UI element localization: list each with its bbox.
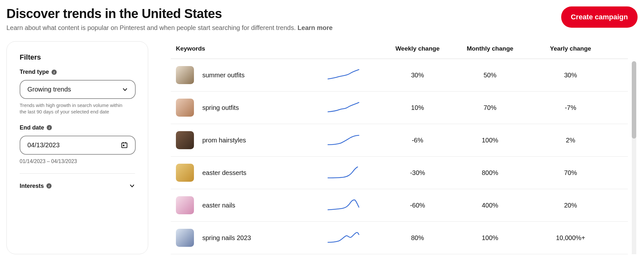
yearly-change: 10,000%+ <box>530 234 611 242</box>
chevron-down-icon <box>129 183 135 189</box>
info-icon[interactable]: i <box>52 70 57 75</box>
end-date-label: End date <box>20 124 44 131</box>
page-title: Discover trends in the United States <box>6 6 332 21</box>
keyword-text: prom hairstyles <box>202 137 246 144</box>
filters-panel: Filters Trend type i Growing trends Tren… <box>6 41 148 254</box>
sparkline <box>327 134 360 147</box>
col-monthly[interactable]: Monthly change <box>450 45 530 52</box>
table-row[interactable]: summer outfits 30% 50% 30% <box>171 59 628 92</box>
keyword-text: easter nails <box>202 202 235 209</box>
weekly-change: 30% <box>385 72 450 79</box>
monthly-change: 100% <box>450 234 530 242</box>
monthly-change: 400% <box>450 202 530 209</box>
end-date-value: 04/13/2023 <box>27 141 60 149</box>
page-subtitle: Learn about what content is popular on P… <box>6 24 332 32</box>
keyword-text: spring outfits <box>202 104 239 111</box>
sparkline <box>327 69 360 82</box>
col-weekly[interactable]: Weekly change <box>385 45 450 52</box>
svg-rect-1 <box>123 142 123 144</box>
col-yearly[interactable]: Yearly change <box>530 45 611 52</box>
yearly-change: -7% <box>530 104 611 111</box>
date-range-text: 01/14/2023 – 04/13/2023 <box>20 159 135 164</box>
learn-more-link[interactable]: Learn more <box>298 24 333 31</box>
subtitle-text: Learn about what content is popular on P… <box>6 24 298 31</box>
sparkline <box>327 231 360 244</box>
yearly-change: 30% <box>530 72 611 79</box>
yearly-change: 2% <box>530 137 611 144</box>
trends-table: Keywords Weekly change Monthly change Ye… <box>171 41 638 254</box>
monthly-change: 100% <box>450 137 530 144</box>
trend-type-label: Trend type <box>20 69 49 75</box>
col-keywords[interactable]: Keywords <box>176 45 327 52</box>
interests-toggle[interactable]: Interests i <box>20 183 135 189</box>
keyword-text: spring nails 2023 <box>202 234 251 242</box>
weekly-change: 10% <box>385 104 450 111</box>
info-icon[interactable]: i <box>47 125 52 130</box>
keyword-thumbnail <box>176 196 194 214</box>
sparkline <box>327 101 360 114</box>
svg-rect-3 <box>123 145 124 146</box>
keyword-thumbnail <box>176 99 194 117</box>
calendar-icon <box>121 141 128 149</box>
sparkline <box>327 199 360 212</box>
keyword-thumbnail <box>176 131 194 149</box>
keyword-thumbnail <box>176 66 194 84</box>
monthly-change: 50% <box>450 72 530 79</box>
divider <box>20 173 135 174</box>
filters-title: Filters <box>20 53 135 62</box>
keyword-thumbnail <box>176 229 194 247</box>
sparkline <box>327 166 360 179</box>
keyword-text: easter desserts <box>202 169 246 177</box>
end-date-input[interactable]: 04/13/2023 <box>20 136 136 155</box>
monthly-change: 70% <box>450 104 530 111</box>
weekly-change: -60% <box>385 202 450 209</box>
trend-type-value: Growing trends <box>27 86 71 93</box>
scrollbar-thumb[interactable] <box>632 61 636 139</box>
table-row[interactable]: spring nails 2023 80% 100% 10,000%+ <box>171 222 628 254</box>
table-row[interactable]: spring outfits 10% 70% -7% <box>171 92 628 124</box>
info-icon[interactable]: i <box>46 183 52 188</box>
monthly-change: 800% <box>450 169 530 177</box>
weekly-change: -30% <box>385 169 450 177</box>
svg-rect-2 <box>125 142 126 144</box>
trend-type-select[interactable]: Growing trends <box>20 80 136 99</box>
create-campaign-button[interactable]: Create campaign <box>561 6 638 28</box>
table-row[interactable]: easter desserts -30% 800% 70% <box>171 157 628 189</box>
weekly-change: 80% <box>385 234 450 242</box>
interests-label: Interests <box>20 183 44 189</box>
yearly-change: 70% <box>530 169 611 177</box>
keyword-thumbnail <box>176 164 194 182</box>
yearly-change: 20% <box>530 202 611 209</box>
table-row[interactable]: easter nails -60% 400% 20% <box>171 189 628 222</box>
keyword-text: summer outfits <box>202 72 245 79</box>
chevron-down-icon <box>122 87 128 92</box>
trend-type-help: Trends with high growth in search volume… <box>20 102 126 115</box>
weekly-change: -6% <box>385 137 450 144</box>
table-row[interactable]: prom hairstyles -6% 100% 2% <box>171 124 628 157</box>
scrollbar[interactable] <box>632 61 636 254</box>
